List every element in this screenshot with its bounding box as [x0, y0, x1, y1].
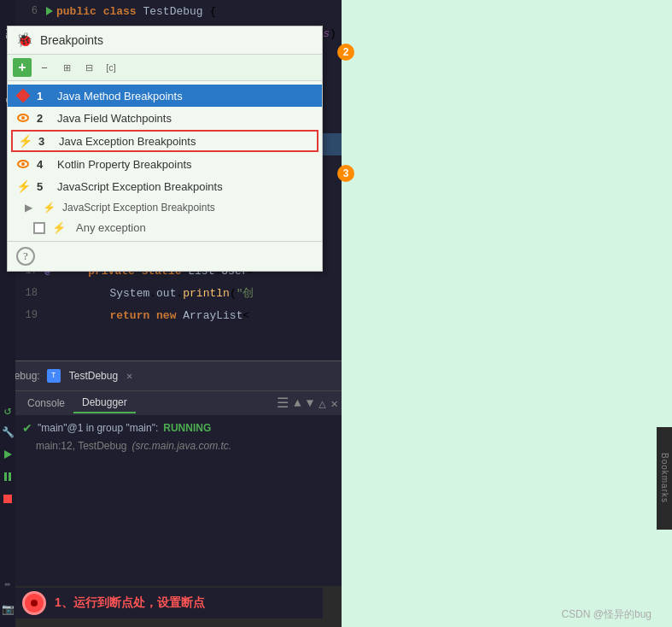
tab-debugger[interactable]: Debugger	[73, 393, 136, 413]
any-exception-lightning: ⚡	[52, 221, 66, 234]
code-line-18: 18 System.out.println("创	[15, 282, 342, 304]
step-badge-3: 3	[337, 165, 354, 182]
thread-entry: ✔ "main"@1 in group "main": RUNNING	[19, 419, 338, 437]
debug-toolbar: ☰ ▲ ▼ △ ✕	[277, 395, 338, 412]
lightning-icon-3: ⚡	[18, 134, 32, 148]
breakpoints-list: 1 Java Method Breakpoints 2 Java Field W…	[8, 81, 322, 241]
thread-status: RUNNING	[163, 422, 211, 434]
scroll-up-icon[interactable]: △	[318, 396, 325, 411]
close-debug-icon[interactable]: ✕	[331, 396, 338, 411]
stack-frame: main:12, TestDebug (src.main.java.com.tc…	[19, 437, 338, 454]
frame-text: main:12, TestDebug	[36, 440, 127, 452]
breakpoint-item-1[interactable]: 1 Java Method Breakpoints	[8, 85, 322, 107]
play-button[interactable]	[1, 448, 15, 461]
edit-icon[interactable]: ✏	[0, 576, 15, 591]
code-line-19: 19 return new ArrayList<	[15, 304, 342, 326]
any-exception-checkbox[interactable]	[33, 222, 45, 234]
step-badge-2: 2	[337, 44, 354, 61]
toolbar-btn-3[interactable]: ⊞	[57, 58, 76, 77]
annotation-area: 1、运行到断点处，设置断点	[15, 588, 323, 618]
debug-tab-bar: Debug: T TestDebug ✕	[0, 360, 342, 391]
toolbar-btn-5[interactable]: [c]	[102, 58, 120, 77]
toolbar-btn-4[interactable]: ⊟	[79, 58, 98, 77]
pause-button[interactable]	[1, 470, 15, 483]
breakpoint-item-4[interactable]: 4 Kotlin Property Breakpoints	[8, 153, 322, 175]
annotation-text: 1、运行到断点处，设置断点	[55, 595, 205, 611]
breakpoint-item-2[interactable]: 2 Java Field Watchpoints	[8, 107, 322, 129]
breakpoints-panel: 🐞 Breakpoints + − ⊞ ⊟ [c] 1 Java Method …	[7, 26, 323, 272]
thread-name: "main"@1 in group "main":	[38, 422, 158, 434]
breakpoint-set-button[interactable]	[22, 591, 46, 615]
restart-button[interactable]: ↺	[1, 403, 15, 417]
tab-console[interactable]: Console	[19, 394, 73, 413]
debug-file-icon: T	[47, 369, 61, 383]
breakpoint-item-3[interactable]: ⚡ 3 Java Exception Breakpoints	[11, 130, 318, 152]
debug-tab-name[interactable]: TestDebug	[64, 370, 123, 382]
scroll-top-icon[interactable]: ▲	[294, 396, 301, 410]
debug-content: ✔ "main"@1 in group "main": RUNNING main…	[15, 415, 342, 586]
csdn-watermark: CSDN @怪异的bug	[561, 607, 652, 622]
debug-tab-close[interactable]: ✕	[126, 370, 132, 383]
bookmarks-sidebar: Bookmarks	[657, 427, 672, 530]
breakpoint-item-5[interactable]: ⚡ 5 JavaScript Exception Breakpoints	[8, 175, 322, 197]
breakpoints-icon: 🐞	[16, 32, 33, 49]
stop-button[interactable]	[1, 492, 15, 506]
lightning-icon-5: ⚡	[16, 179, 30, 193]
panel-toolbar: + − ⊞ ⊟ [c]	[8, 55, 322, 81]
panel-title: Breakpoints	[40, 33, 103, 47]
frame-path: (src.main.java.com.tc.	[132, 440, 232, 452]
line-arrow-6[interactable]	[43, 4, 56, 18]
lightning-icon-6: ⚡	[43, 202, 56, 214]
thread-check-icon: ✔	[22, 421, 32, 435]
breakpoint-subitem-any-exception[interactable]: ⚡ Any exception	[8, 218, 322, 237]
remove-breakpoint-button[interactable]: −	[35, 58, 54, 77]
breakpoint-item-expanded-header: ▶ ⚡ JavaScript Exception Breakpoints	[8, 197, 322, 218]
diamond-icon	[16, 89, 30, 103]
help-button[interactable]: ?	[16, 247, 35, 266]
bookmarks-label: Bookmarks	[660, 453, 669, 503]
panel-footer: ?	[8, 241, 322, 271]
panel-header: 🐞 Breakpoints	[8, 26, 322, 55]
console-menu-icon[interactable]: ☰	[277, 395, 289, 412]
eye-icon	[16, 111, 30, 125]
add-breakpoint-button[interactable]: +	[13, 58, 32, 77]
right-panel-bg	[342, 0, 672, 627]
scroll-down-icon[interactable]: ▼	[307, 396, 313, 410]
camera-icon[interactable]: 📷	[0, 601, 15, 617]
wrench-button[interactable]: 🔧	[1, 425, 15, 439]
eye-icon-4	[16, 157, 30, 171]
code-line-6: 6 public class TestDebug {	[15, 0, 342, 22]
debug-inner-tabs: Console Debugger ☰ ▲ ▼ △ ✕	[15, 391, 342, 415]
